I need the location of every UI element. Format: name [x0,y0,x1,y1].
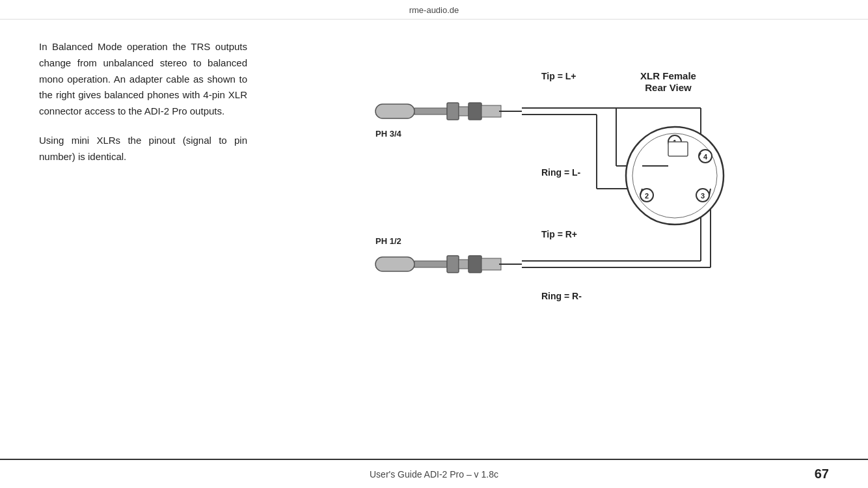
svg-rect-3 [459,107,468,116]
wiring-diagram: XLR Female Rear View Tip = L+ [349,46,753,325]
svg-rect-5 [481,105,501,117]
svg-rect-16 [459,260,468,269]
ring-l-label: Ring = L- [541,167,581,178]
footer: User's Guide ADI-2 Pro – v 1.8c 67 [0,459,868,488]
paragraph-1: In Balanced Mode operation the TRS outpu… [39,39,247,120]
tip-r-label: Tip = R+ [541,229,577,239]
url-text: rme-audio.de [409,5,459,15]
ring-r-label: Ring = R- [541,291,582,301]
footer-page-number: 67 [803,467,829,481]
svg-rect-1 [414,108,447,115]
paragraph-2: Using mini XLRs the pinout (signal to pi… [39,133,247,165]
pin3-label: 3 [701,192,705,200]
svg-rect-0 [375,104,414,118]
xlr-female-label: XLR Female [640,70,696,81]
diagram-column: XLR Female Rear View Tip = L+ [273,39,829,446]
svg-rect-17 [468,256,481,273]
svg-rect-32 [668,142,688,156]
ph34-label: PH 3/4 [375,129,402,139]
svg-rect-13 [375,257,414,271]
xlr-rear-view-label: Rear View [645,82,692,93]
page-wrapper: rme-audio.de In Balanced Mode operation … [0,0,868,488]
top-bar: rme-audio.de [0,0,868,20]
text-column: In Balanced Mode operation the TRS outpu… [39,39,247,446]
tip-l-label: Tip = L+ [541,71,576,81]
svg-rect-14 [414,261,447,267]
ph12-label: PH 1/2 [375,236,401,246]
svg-rect-2 [447,103,459,120]
pin2-label: 2 [645,192,649,200]
pin4-label: 4 [703,153,708,161]
svg-rect-15 [447,256,459,273]
footer-guide-text: User's Guide ADI-2 Pro – v 1.8c [65,469,803,480]
svg-rect-4 [468,103,481,120]
svg-rect-18 [481,258,501,270]
main-content: In Balanced Mode operation the TRS outpu… [0,20,868,459]
